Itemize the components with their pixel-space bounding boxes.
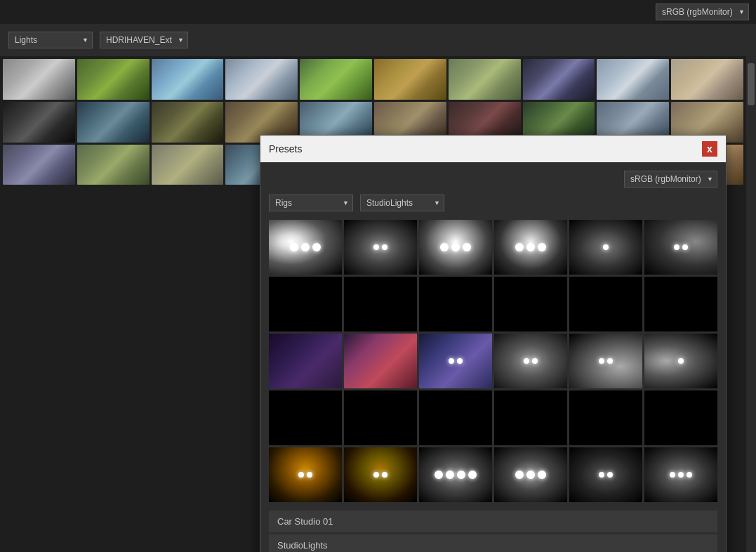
preset-thumb[interactable] (494, 390, 567, 445)
preset-thumb[interactable] (644, 390, 717, 445)
preset-thumb[interactable] (494, 334, 567, 388)
list-item[interactable] (77, 59, 150, 100)
list-item[interactable] (374, 59, 446, 100)
scrollbar[interactable] (746, 56, 756, 552)
presets-color-profile-container[interactable]: sRGB (rgbMonitor) Linear ▼ (624, 171, 717, 188)
presets-studiolights-select[interactable]: StudioLights Car Studio Product (360, 195, 444, 211)
color-profile-select[interactable]: sRGB (rgbMonitor) Linear ACEScg (656, 4, 749, 20)
preset-thumb[interactable] (269, 447, 342, 502)
preset-thumb[interactable] (269, 334, 342, 388)
presets-header: Presets x (260, 136, 726, 162)
list-item[interactable] (77, 102, 150, 143)
category-container[interactable]: Lights Materials Environments ▼ (8, 32, 93, 48)
scrollbar-thumb[interactable] (748, 63, 755, 105)
preset-thumb[interactable] (569, 334, 642, 388)
preset-thumb[interactable] (569, 277, 642, 331)
color-profile-container[interactable]: sRGB (rgbMonitor) Linear ACEScg ▼ (656, 4, 749, 20)
preset-thumb[interactable] (344, 390, 417, 445)
presets-list: Car Studio 01 StudioLights (269, 511, 717, 552)
top-bar: sRGB (rgbMonitor) Linear ACEScg ▼ (0, 0, 756, 24)
list-item[interactable] (597, 59, 669, 100)
preset-list-item[interactable]: StudioLights (269, 534, 717, 552)
preset-list-item[interactable]: Car Studio 01 (269, 511, 717, 532)
presets-grid (269, 220, 717, 502)
list-item[interactable] (152, 102, 224, 143)
presets-studiolights-container[interactable]: StudioLights Car Studio Product ▼ (360, 195, 444, 211)
list-item[interactable] (152, 145, 224, 185)
presets-color-profile-select[interactable]: sRGB (rgbMonitor) Linear (624, 171, 717, 188)
source-container[interactable]: HDRIHAVEN_Ext Built-in Custom ▼ (100, 32, 188, 48)
preset-thumb[interactable] (644, 277, 717, 331)
list-item[interactable] (449, 59, 521, 100)
preset-thumb[interactable] (644, 220, 717, 275)
list-item[interactable] (671, 59, 743, 100)
list-item[interactable] (3, 102, 75, 143)
list-item[interactable] (300, 59, 372, 100)
presets-close-button[interactable]: x (702, 141, 717, 157)
presets-rigs-container[interactable]: Rigs All Custom ▼ (269, 195, 353, 211)
filter-bar: Lights Materials Environments ▼ HDRIHAVE… (0, 24, 756, 56)
preset-thumb[interactable] (644, 334, 717, 388)
preset-thumb[interactable] (494, 220, 567, 275)
preset-thumb[interactable] (569, 390, 642, 445)
preset-thumb[interactable] (419, 277, 492, 331)
preset-thumb[interactable] (569, 220, 642, 275)
list-item[interactable] (152, 59, 224, 100)
preset-thumb[interactable] (269, 390, 342, 445)
preset-thumb[interactable] (419, 334, 492, 388)
preset-thumb[interactable] (644, 447, 717, 502)
preset-thumb[interactable] (419, 447, 492, 502)
preset-thumb[interactable] (344, 277, 417, 331)
preset-thumb[interactable] (419, 390, 492, 445)
preset-thumb[interactable] (344, 220, 417, 275)
presets-top-bar: sRGB (rgbMonitor) Linear ▼ (269, 171, 717, 188)
preset-thumb[interactable] (419, 220, 492, 275)
preset-thumb[interactable] (344, 334, 417, 388)
source-select[interactable]: HDRIHAVEN_Ext Built-in Custom (100, 32, 188, 48)
list-item[interactable] (523, 59, 595, 100)
list-item[interactable] (225, 59, 298, 100)
presets-filters: Rigs All Custom ▼ StudioLights Car Studi… (269, 195, 717, 211)
preset-thumb[interactable] (494, 447, 567, 502)
preset-thumb[interactable] (494, 277, 567, 331)
category-select[interactable]: Lights Materials Environments (8, 32, 93, 48)
presets-rigs-select[interactable]: Rigs All Custom (269, 195, 353, 211)
preset-thumb[interactable] (269, 220, 342, 275)
presets-body: sRGB (rgbMonitor) Linear ▼ Rigs All Cust… (260, 162, 726, 552)
preset-thumb[interactable] (569, 447, 642, 502)
preset-thumb[interactable] (269, 277, 342, 331)
list-item[interactable] (3, 145, 75, 185)
list-item[interactable] (3, 59, 75, 100)
preset-thumb[interactable] (344, 447, 417, 502)
list-item[interactable] (77, 145, 150, 185)
presets-modal: Presets x sRGB (rgbMonitor) Linear ▼ Rig… (260, 135, 727, 552)
presets-title: Presets (269, 143, 302, 155)
